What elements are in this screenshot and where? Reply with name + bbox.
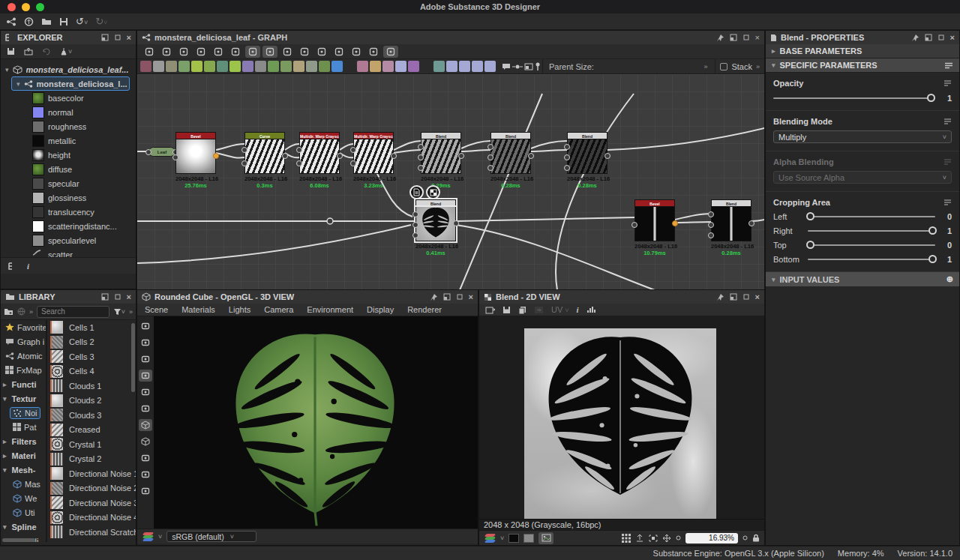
output-row[interactable]: scatteringdistanc...: [1, 219, 136, 233]
web-icon[interactable]: [17, 307, 26, 316]
open-folder-icon[interactable]: [41, 17, 52, 25]
output-row[interactable]: normal: [1, 105, 136, 119]
zoom-level-field[interactable]: 16.93%: [686, 533, 738, 544]
graph-node-blend[interactable]: Blend2048x2048 - L160.28ms: [567, 132, 608, 189]
clean-icon[interactable]: ˅: [59, 47, 72, 55]
overflow-icon[interactable]: »: [29, 308, 33, 316]
dock-icon[interactable]: [101, 293, 109, 301]
node-output-dot[interactable]: [528, 153, 534, 159]
node-quick-view-button[interactable]: [410, 185, 424, 199]
hierarchy-icon[interactable]: [8, 262, 16, 270]
dock-icon[interactable]: [730, 293, 737, 301]
library-item[interactable]: Cells 4: [47, 364, 136, 379]
horizontal-scrollbar[interactable]: [2, 538, 35, 542]
dock-icon[interactable]: [730, 34, 737, 41]
pin-icon[interactable]: [716, 34, 724, 42]
node-shortcut-10[interactable]: [255, 61, 266, 72]
menu-lights[interactable]: Lights: [229, 305, 250, 314]
new-graph-icon[interactable]: [6, 17, 16, 26]
close-icon[interactable]: ×: [127, 33, 131, 42]
output-row[interactable]: basecolor: [1, 91, 136, 105]
library-category-functi[interactable]: ▸Functi: [1, 377, 46, 391]
node-output-dot[interactable]: [458, 153, 464, 159]
library-item[interactable]: Cells 2: [47, 335, 136, 350]
node-shortcut-19[interactable]: [370, 61, 381, 72]
color-profile-icon[interactable]: [143, 532, 154, 541]
zoom-out-dot[interactable]: [676, 535, 681, 541]
sync-icon[interactable]: [42, 47, 50, 55]
library-category-mas[interactable]: Mas: [1, 477, 46, 491]
node-shortcut-23[interactable]: [421, 61, 432, 72]
transform-icon[interactable]: [534, 306, 544, 314]
stats-icon[interactable]: [139, 485, 152, 497]
menu-materials[interactable]: Materials: [182, 305, 215, 314]
material-checker-icon[interactable]: [139, 386, 152, 398]
library-item[interactable]: Clouds 1: [47, 379, 136, 394]
node-input-dot[interactable]: [708, 211, 714, 217]
graph-node-blend[interactable]: Blend2048x2048 - L160.28ms: [711, 199, 752, 256]
compact-material-icon[interactable]: [262, 46, 278, 58]
close-icon[interactable]: ×: [755, 33, 760, 42]
preset-icon[interactable]: [944, 199, 952, 205]
node-input-dot[interactable]: [564, 144, 570, 150]
node-input-dot[interactable]: [564, 165, 570, 171]
library-category-noi[interactable]: Noi: [1, 406, 46, 420]
close-icon[interactable]: ×: [469, 292, 473, 301]
cropping-value[interactable]: 1: [941, 226, 952, 235]
output-preview-icon[interactable]: [349, 46, 364, 58]
node-input-dot[interactable]: [350, 160, 356, 166]
ground-plane-icon[interactable]: [139, 452, 152, 464]
snap-grid-icon[interactable]: [383, 46, 398, 58]
node-input-dot[interactable]: [708, 222, 714, 228]
chevron-down-icon[interactable]: ▾: [16, 80, 20, 88]
node-input-dot[interactable]: [242, 147, 248, 153]
output-row[interactable]: roughness: [1, 119, 136, 133]
node-input-dot[interactable]: [488, 165, 494, 171]
library-category-graphi[interactable]: Graph i: [1, 334, 46, 349]
node-shortcut-8[interactable]: [230, 61, 241, 72]
info-icon[interactable]: i: [577, 305, 579, 314]
graph-node-bevel[interactable]: Bevel2048x2048 - L1610.79ms: [634, 199, 675, 256]
preset-icon[interactable]: [944, 118, 952, 124]
maximize-icon[interactable]: [742, 293, 750, 301]
graph-node-bevel[interactable]: Bevel2048x2048 - L1625.76ms: [176, 132, 216, 189]
opacity-slider[interactable]: [773, 97, 934, 99]
library-category-pat[interactable]: Pat: [1, 420, 46, 434]
node-input-dot[interactable]: [632, 222, 638, 228]
cropping-value[interactable]: 0: [941, 241, 952, 250]
library-category-mesh[interactable]: ▾Mesh-: [1, 463, 46, 477]
frame-icon[interactable]: [524, 63, 533, 70]
histogram-icon[interactable]: [586, 306, 596, 313]
link-display-icon[interactable]: [228, 46, 243, 58]
graph-node-blend[interactable]: Blend2048x2048 - L160.29ms: [421, 132, 461, 189]
node-input-dot[interactable]: [418, 154, 424, 160]
node-shortcut-12[interactable]: [280, 61, 292, 72]
pin-node-icon[interactable]: [535, 62, 541, 71]
clean-icon[interactable]: [366, 46, 381, 58]
package-label[interactable]: monstera_deliciosa_leaf...: [26, 65, 129, 74]
preset-icon[interactable]: [944, 80, 952, 86]
node-shortcut-17[interactable]: [344, 61, 356, 72]
library-item[interactable]: Directional Noise 1: [47, 466, 136, 481]
menu-environment[interactable]: Environment: [307, 305, 353, 314]
node-shortcut-27[interactable]: [472, 61, 483, 72]
node-input-dot[interactable]: [564, 154, 570, 160]
library-item[interactable]: Directional Scratches: [47, 525, 136, 540]
export-icon[interactable]: [24, 17, 34, 26]
light-icon[interactable]: [139, 337, 152, 349]
library-item[interactable]: Crystal 2: [47, 452, 136, 467]
dock-icon[interactable]: [101, 34, 109, 41]
node-shortcut-25[interactable]: [446, 61, 458, 72]
fit-actual-icon[interactable]: [635, 534, 644, 543]
cropping-value[interactable]: 1: [941, 255, 952, 264]
maximize-icon[interactable]: [114, 34, 122, 41]
channels-icon[interactable]: [485, 534, 496, 543]
overflow-icon[interactable]: »: [756, 63, 760, 70]
library-item[interactable]: Clouds 2: [47, 394, 136, 409]
cropping-value[interactable]: 0: [941, 212, 952, 221]
redo-button[interactable]: ↻˅: [95, 16, 107, 27]
node-input-dot[interactable]: [350, 147, 356, 153]
node-input-dot[interactable]: [418, 144, 424, 150]
turntable-icon[interactable]: [139, 469, 152, 481]
graph-node-multidir-warp-grayscale[interactable]: Multidir. Warp Grayscale2048x2048 - L166…: [299, 132, 340, 189]
